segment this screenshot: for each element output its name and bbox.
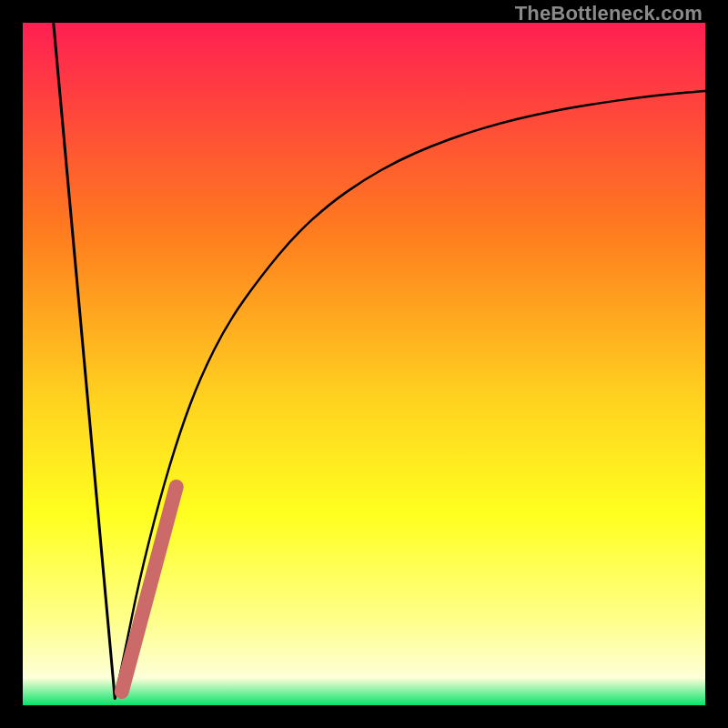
chart-plot-area bbox=[23, 23, 705, 705]
watermark-text: TheBottleneck.com bbox=[515, 2, 703, 25]
chart-frame: TheBottleneck.com bbox=[0, 0, 728, 728]
gradient-background bbox=[23, 23, 705, 705]
chart-svg bbox=[23, 23, 705, 705]
